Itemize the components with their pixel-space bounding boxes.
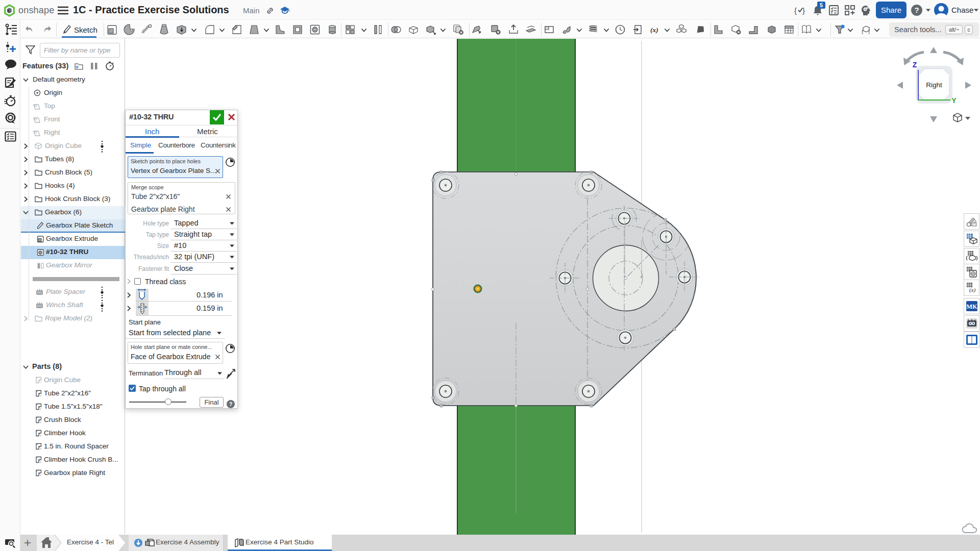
svg-text:MK: MK	[966, 303, 977, 310]
svg-text:Right: Right	[926, 81, 942, 89]
svg-text:(x): (x)	[969, 287, 976, 293]
svg-text:Z: Z	[913, 61, 917, 69]
svg-text:Y: Y	[951, 96, 957, 105]
svg-text:}: }	[802, 6, 805, 15]
svg-text:{: {	[794, 6, 797, 15]
